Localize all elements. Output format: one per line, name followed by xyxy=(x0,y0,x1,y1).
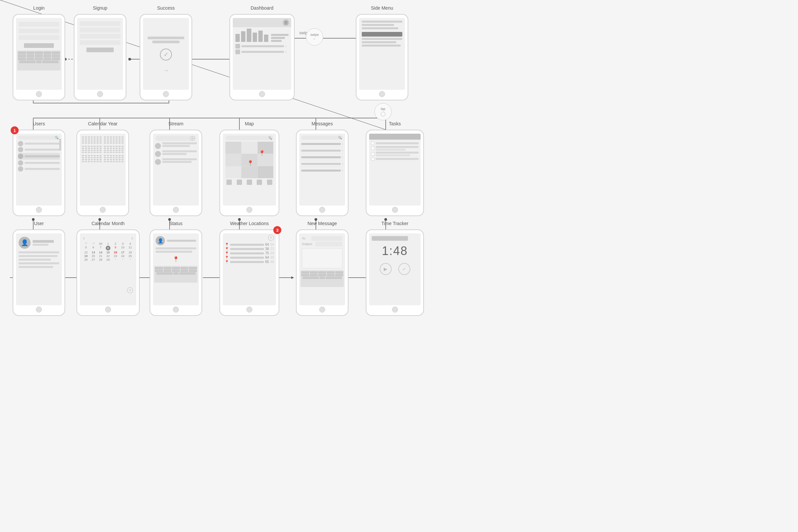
weatherlocations-label: Weather Locations xyxy=(220,221,279,226)
sidemenu-label: Side Menu xyxy=(357,5,407,11)
login-label: Login xyxy=(13,5,64,11)
phone-map: Map 🔍 📍 📍 xyxy=(220,130,279,216)
calendarmonth-home-btn xyxy=(105,307,111,312)
stream-home-btn xyxy=(173,207,179,213)
calendaryear-label: Calendar Year xyxy=(77,121,128,126)
users-badge: 1 xyxy=(11,126,19,134)
map-home-btn xyxy=(246,207,252,213)
phone-tasks: Tasks xyxy=(366,130,424,216)
phone-messages: Messages 🔍 › › › › xyxy=(296,130,348,216)
status-screen: 👤 📍 xyxy=(153,233,199,305)
phone-success: Success ✓ → xyxy=(140,14,192,100)
success-label: Success xyxy=(140,5,191,11)
success-home-btn xyxy=(163,91,169,97)
login-home-btn xyxy=(36,91,42,97)
user-home-btn xyxy=(36,307,42,312)
phone-signup: Signup xyxy=(74,14,126,100)
weatherlocations-home-btn xyxy=(246,307,252,312)
calendaryear-home-btn xyxy=(100,207,106,213)
stream-label: Stream xyxy=(150,121,202,126)
users-screen: 🔍 A xyxy=(16,134,62,206)
tasks-screen xyxy=(369,134,421,206)
timetracker-screen: 1:48 ▶ ✓ xyxy=(369,233,421,305)
phone-weatherlocations: Weather Locations 3 + 📍 64 54 📍 38 23 � xyxy=(220,229,279,316)
success-screen: ✓ → xyxy=(143,18,189,90)
weather-badge: 3 xyxy=(273,226,281,234)
calendaryear-screen xyxy=(80,134,126,206)
signup-screen xyxy=(77,18,123,90)
signup-label: Signup xyxy=(75,5,126,11)
map-label: Map xyxy=(220,121,279,126)
canvas: Login xyxy=(0,0,798,532)
users-home-btn xyxy=(36,207,42,213)
users-label: Users xyxy=(13,121,64,126)
svg-point-27 xyxy=(32,218,35,221)
stream-screen: + xyxy=(153,134,199,206)
svg-point-42 xyxy=(384,218,387,221)
map-screen: 🔍 📍 📍 xyxy=(223,134,276,206)
phone-status: Status 👤 📍 xyxy=(150,229,202,316)
messages-label: Messages xyxy=(297,121,348,126)
phone-calendarmonth: Calendar Month ‹ › 2829301234 567891011 … xyxy=(76,229,140,316)
login-screen xyxy=(16,18,62,90)
newmessage-label: New Message xyxy=(297,221,348,226)
user-label: User xyxy=(13,221,64,226)
phone-user: User 👤 xyxy=(13,229,65,316)
calendarmonth-screen: ‹ › 2829301234 567891011 12131415161718 … xyxy=(80,233,136,305)
phone-sidemenu: Side Menu xyxy=(356,14,408,100)
svg-point-33 xyxy=(168,218,171,221)
swipe-circle: swipe← xyxy=(306,28,323,45)
signup-home-btn xyxy=(97,91,103,97)
weatherlocations-screen: + 📍 64 54 📍 38 23 📍 75 64 � xyxy=(223,233,276,305)
tap-circle: tap xyxy=(374,103,392,120)
status-home-btn xyxy=(173,307,179,312)
dashboard-label: Dashboard xyxy=(230,5,294,11)
tasks-label: Tasks xyxy=(366,121,423,126)
timetracker-home-btn xyxy=(392,307,398,312)
phone-calendaryear: Calendar Year xyxy=(76,130,129,216)
tasks-home-btn xyxy=(392,207,398,213)
dashboard-home-btn xyxy=(259,91,265,97)
phone-login: Login xyxy=(13,14,65,100)
sidemenu-home-btn xyxy=(379,91,385,97)
messages-screen: 🔍 › › › › › xyxy=(299,134,345,206)
user-screen: 👤 xyxy=(16,233,62,305)
phone-stream: Stream + xyxy=(150,130,202,216)
check-icon: ✓ xyxy=(160,49,172,60)
newmessage-screen: To: Subject: xyxy=(299,233,345,305)
svg-marker-51 xyxy=(291,276,294,279)
svg-point-5 xyxy=(128,58,131,60)
phone-newmessage: New Message To: Subject: xyxy=(296,229,348,316)
phone-users: Users 1 🔍 xyxy=(13,130,65,216)
svg-point-30 xyxy=(98,218,101,221)
dashboard-screen: › › xyxy=(233,18,291,90)
phone-timetracker: Time Tracker 1:48 ▶ ✓ xyxy=(366,229,424,316)
messages-home-btn xyxy=(319,207,325,213)
phone-dashboard: Dashboard xyxy=(229,14,294,100)
sidemenu-screen xyxy=(359,18,405,90)
svg-point-36 xyxy=(238,218,241,221)
status-label: Status xyxy=(150,221,202,226)
svg-point-39 xyxy=(315,218,317,221)
newmessage-home-btn xyxy=(319,307,325,312)
timetracker-label: Time Tracker xyxy=(366,221,423,226)
calendarmonth-label: Calendar Month xyxy=(77,221,139,226)
